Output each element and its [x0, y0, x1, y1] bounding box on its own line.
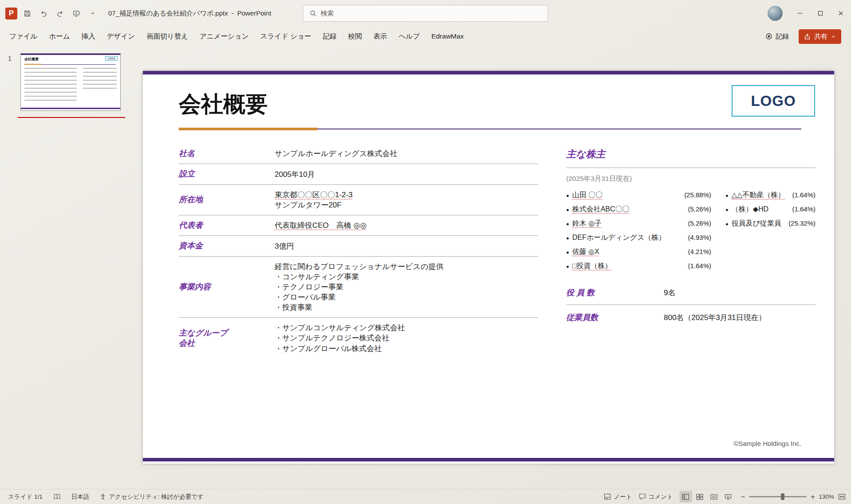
notes-label: ノート [614, 493, 632, 501]
shareholder-item[interactable]: ● （株）◆HD (1.64%) [725, 205, 816, 214]
minimize-button[interactable] [790, 0, 810, 27]
slide-editing-area[interactable]: 会社概要 LOGO 社名 サンプルホールディングス株式会社 設立 [134, 46, 851, 489]
slide-title[interactable]: 会社概要 [179, 90, 268, 119]
quick-access-toolbar: P [5, 7, 99, 20]
tab-animations[interactable]: アニメーション [194, 28, 255, 45]
thumbnail-text-lines [24, 68, 77, 102]
ribbon-tab-bar: ファイル ホーム 挿入 デザイン 画面切り替え アニメーション スライド ショー… [0, 27, 851, 46]
tab-help[interactable]: ヘルプ [393, 28, 426, 45]
accessibility-checker-button[interactable]: アクセシビリティ: 検討が必要です [100, 493, 203, 501]
bullet-icon: ● [566, 264, 569, 269]
zoom-slider[interactable] [749, 496, 807, 497]
shareholders-section[interactable]: 主な株主 (2025年3月31日現在) ● 山田 〇〇 (25.88%) ● 株… [566, 144, 816, 323]
tab-file[interactable]: ファイル [4, 28, 43, 45]
row-label: 社名 [179, 148, 275, 159]
slide-sorter-icon [696, 494, 703, 500]
row-label: 代表者 [179, 220, 275, 231]
logo-placeholder[interactable]: LOGO [732, 85, 815, 117]
share-icon [804, 33, 811, 40]
table-row-address[interactable]: 所在地 東京都〇〇区〇〇1-2-3 サンプルタワー20F [179, 185, 538, 215]
redo-button[interactable] [53, 7, 67, 20]
tab-view[interactable]: 表示 [368, 28, 393, 45]
shareholder-percentage: (4.93%) [685, 234, 711, 241]
table-row-founded[interactable]: 設立 2005年10月 [179, 164, 538, 184]
record-button[interactable]: 記録 [761, 30, 793, 43]
slide-thumbnail[interactable]: 会社概要 LOGO [20, 53, 121, 111]
bullet-icon: ● [725, 221, 729, 227]
spell-check-icon [53, 493, 61, 500]
close-button[interactable] [831, 0, 851, 27]
row-value[interactable]: ・サンプルコンサルティング株式会社 ・サンプルテクノロジー株式会社 ・サンプルグ… [275, 323, 405, 353]
powerpoint-app-icon[interactable]: P [5, 8, 17, 20]
row-value[interactable]: 2005年10月 [275, 169, 315, 180]
table-row-company-name[interactable]: 社名 サンプルホールディングス株式会社 [179, 144, 538, 164]
slide-sorter-view-button[interactable] [694, 491, 706, 502]
employees-row[interactable]: 従業員数 800名（2025年3月31日現在） [566, 312, 816, 323]
shareholder-item[interactable]: ● 株式会社ABC〇〇 (5.26%) [566, 205, 711, 214]
share-button[interactable]: 共有 [799, 29, 841, 44]
row-value[interactable]: 東京都〇〇区〇〇1-2-3 サンプルタワー20F [275, 190, 353, 210]
tab-edrawmax[interactable]: EdrawMax [426, 28, 469, 44]
customize-quick-access-button[interactable] [86, 7, 99, 20]
copyright-text[interactable]: ©Sample Holdings Inc. [733, 440, 801, 447]
tab-review[interactable]: 校閲 [343, 28, 368, 45]
language-button[interactable]: 日本語 [71, 493, 90, 501]
view-switcher [680, 491, 734, 502]
row-label: 設立 [179, 169, 275, 179]
row-value[interactable]: 経営に関わるプロフェッショナルサービスの提供 ・コンサルティング事業 ・テクノロ… [275, 262, 443, 313]
shareholder-item[interactable]: ● 佐藤 ◎X (4.21%) [566, 247, 711, 257]
row-label: 資本金 [179, 241, 275, 251]
officers-row[interactable]: 役 員 数 9名 [566, 287, 816, 305]
slide-bottom-accent-bar [143, 458, 834, 461]
undo-button[interactable] [37, 7, 50, 20]
save-button[interactable] [20, 7, 34, 20]
shareholder-percentage: (1.64%) [685, 262, 711, 270]
shareholder-percentage: (5.26%) [685, 219, 711, 227]
bullet-icon: ● [566, 207, 569, 212]
shareholder-name: △△不動産（株） [732, 191, 785, 200]
reading-view-button[interactable] [708, 491, 720, 502]
zoom-out-button[interactable]: − [741, 493, 745, 501]
slideshow-view-button[interactable] [722, 491, 734, 502]
table-row-group-companies[interactable]: 主なグループ 会社 ・サンプルコンサルティング株式会社 ・サンプルテクノロジー株… [179, 318, 538, 358]
zoom-in-button[interactable]: + [811, 493, 815, 501]
comments-toggle-button[interactable]: コメント [639, 493, 673, 501]
shareholder-item[interactable]: ● □投資（株） (1.64%) [566, 262, 711, 271]
share-button-label: 共有 [814, 32, 827, 41]
company-info-table[interactable]: 社名 サンプルホールディングス株式会社 設立 2005年10月 所在地 東京都〇… [179, 144, 538, 359]
shareholders-heading[interactable]: 主な株主 [566, 144, 816, 168]
slide-canvas[interactable]: 会社概要 LOGO 社名 サンプルホールディングス株式会社 設立 [143, 71, 834, 464]
normal-view-button[interactable] [680, 491, 692, 502]
tab-transitions[interactable]: 画面切り替え [141, 28, 194, 45]
tab-design[interactable]: デザイン [101, 28, 141, 45]
tab-record[interactable]: 記録 [317, 28, 343, 45]
table-row-capital[interactable]: 資本金 3億円 [179, 236, 538, 256]
fit-to-window-button[interactable] [838, 493, 846, 500]
shareholder-item[interactable]: ● △△不動産（株） (1.64%) [725, 191, 816, 200]
row-value[interactable]: 3億円 [275, 241, 294, 251]
shareholder-item[interactable]: ● 役員及び従業員 (25.32%) [725, 219, 816, 228]
tab-home[interactable]: ホーム [43, 28, 75, 45]
table-row-business[interactable]: 事業内容 経営に関わるプロフェッショナルサービスの提供 ・コンサルティング事業 … [179, 257, 538, 318]
row-label: 主なグループ 会社 [179, 328, 275, 349]
row-value[interactable]: 代表取締役CEO 高橋 ◎◎ [275, 220, 366, 231]
maximize-button[interactable] [810, 0, 831, 27]
shareholder-item[interactable]: ● 山田 〇〇 (25.88%) [566, 191, 711, 200]
zoom-slider-thumb[interactable] [781, 493, 784, 500]
row-value[interactable]: サンプルホールディングス株式会社 [275, 148, 397, 159]
shareholder-item[interactable]: ● DEFホールディングス（株） (4.93%) [566, 233, 711, 242]
search-input[interactable]: 検索 [303, 5, 548, 22]
spell-check-button[interactable] [53, 493, 61, 500]
title-divider-orange [179, 128, 317, 130]
table-row-representative[interactable]: 代表者 代表取締役CEO 高橋 ◎◎ [179, 215, 538, 236]
user-avatar[interactable] [768, 6, 783, 21]
slide-indicator[interactable]: スライド 1/1 [8, 493, 43, 501]
shareholder-item[interactable]: ● 鈴木 ◎子 (5.26%) [566, 219, 711, 228]
zoom-level[interactable]: 130% [819, 493, 834, 500]
notes-toggle-button[interactable]: ノート [604, 493, 632, 501]
search-icon [310, 10, 317, 17]
tab-insert[interactable]: 挿入 [76, 28, 101, 45]
bullet-icon: ● [566, 250, 569, 255]
start-slideshow-button[interactable] [70, 7, 83, 20]
tab-slideshow[interactable]: スライド ショー [255, 28, 317, 45]
